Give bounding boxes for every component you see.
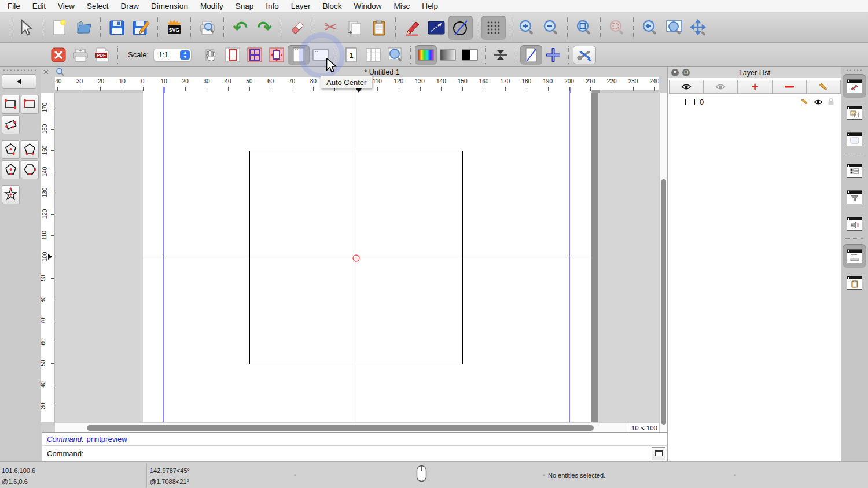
draft-mode-button[interactable] — [520, 45, 542, 65]
pdf-export-button[interactable]: PDF — [91, 45, 113, 65]
print-button[interactable] — [69, 45, 91, 65]
delete-button[interactable] — [285, 16, 310, 40]
menu-item-view[interactable]: View — [58, 2, 75, 10]
palette-back-button[interactable] — [2, 74, 36, 89]
dock-filter-button[interactable] — [843, 185, 866, 209]
menu-item-window[interactable]: Window — [354, 2, 382, 10]
layer-row[interactable]: 0 — [669, 95, 840, 108]
portrait-button[interactable] — [288, 45, 310, 65]
edit-layer-button[interactable] — [806, 80, 841, 94]
hand-pan-button[interactable] — [200, 45, 222, 65]
save-button[interactable] — [105, 16, 129, 40]
menu-item-layer[interactable]: Layer — [291, 2, 311, 10]
add-layer-button[interactable]: + — [737, 80, 772, 94]
layer-visible-eye-icon[interactable] — [814, 99, 823, 105]
new-document-button[interactable] — [47, 16, 72, 40]
menu-item-modify[interactable]: Modify — [200, 2, 223, 10]
color-mode-button[interactable] — [415, 45, 437, 65]
star-tool[interactable] — [2, 185, 20, 204]
pointer-tool-button[interactable] — [14, 16, 39, 40]
zoom-window-button[interactable] — [662, 16, 686, 40]
zoom-out-button[interactable] — [539, 16, 563, 40]
zoom-in-button[interactable] — [514, 16, 539, 40]
filter-window-icon — [847, 190, 862, 204]
magnifier-icon[interactable] — [56, 68, 64, 76]
hide-all-layers-button[interactable] — [703, 80, 738, 94]
menu-item-draw[interactable]: Draw — [121, 2, 139, 10]
dock-pen-palette-button[interactable] — [843, 74, 866, 98]
layer-lock-icon[interactable] — [827, 98, 834, 106]
zoom-auto-button[interactable] — [572, 16, 596, 40]
palette-drag-handle[interactable] — [2, 69, 36, 71]
open-file-button[interactable] — [72, 16, 96, 40]
menu-item-block[interactable]: Block — [323, 2, 342, 10]
polygon-center-corner-tool[interactable] — [2, 140, 20, 159]
multi-page-button[interactable] — [362, 45, 384, 65]
undo-button[interactable]: ↶ — [228, 16, 252, 40]
fit-to-page-button[interactable] — [222, 45, 244, 65]
menu-item-info[interactable]: Info — [266, 2, 279, 10]
menu-item-help[interactable]: Help — [422, 2, 438, 10]
rectangle-2corners-tool[interactable] — [2, 95, 20, 114]
command-dock-button[interactable] — [652, 447, 665, 460]
vertical-scrollbar[interactable] — [659, 93, 667, 432]
scale-select[interactable]: 1:1 ▲▼ — [153, 49, 192, 61]
single-page-button[interactable]: 1 — [340, 45, 362, 65]
zoom-page-button[interactable] — [384, 45, 406, 65]
panel-float-icon[interactable]: ❐ — [682, 69, 690, 76]
blackwhite-mode-button[interactable] — [459, 45, 481, 65]
dock-drag-handle[interactable] — [845, 69, 863, 71]
menu-item-edit[interactable]: Edit — [32, 2, 46, 10]
polygon-center-tangent-tool[interactable] — [2, 160, 20, 179]
svg-export-button[interactable]: SVG — [162, 16, 186, 40]
document-tab-title[interactable]: * Untitled 1 — [324, 68, 440, 76]
redo-button[interactable]: ↷ — [252, 16, 277, 40]
crop-marks-button[interactable] — [490, 45, 512, 65]
polygon-side-side-tool[interactable] — [21, 160, 39, 179]
auto-center-button[interactable] — [266, 45, 288, 65]
panel-close-icon[interactable]: ✕ — [671, 69, 679, 76]
select-rectangle-button[interactable] — [424, 16, 448, 40]
dock-command-line-button[interactable] — [843, 244, 866, 268]
dock-block-list-button[interactable] — [843, 101, 866, 124]
close-view-icon[interactable]: ✕ — [43, 68, 49, 76]
dock-clipboard-button[interactable] — [843, 271, 866, 294]
vertical-scrollbar-thumb[interactable] — [661, 179, 666, 425]
command-input[interactable] — [84, 448, 652, 459]
rectangle-rotated-tool[interactable] — [2, 115, 20, 134]
toolbox-button[interactable] — [573, 46, 596, 64]
menu-item-file[interactable]: File — [8, 2, 20, 10]
copy-button[interactable] — [343, 16, 367, 40]
pan-button[interactable] — [686, 16, 711, 40]
drawing-canvas[interactable] — [55, 93, 659, 422]
rectangle-3points-tool[interactable] — [21, 95, 39, 114]
show-all-layers-button[interactable] — [669, 80, 704, 94]
menu-item-snap[interactable]: Snap — [236, 2, 254, 10]
remove-layer-button[interactable] — [772, 80, 807, 94]
single-page-icon: 1 — [344, 47, 358, 63]
zoom-selection-button[interactable] — [605, 16, 629, 40]
menu-item-dimension[interactable]: Dimension — [151, 2, 188, 10]
dock-command-announce-button[interactable] — [843, 212, 866, 235]
crosshair-button[interactable] — [542, 45, 564, 65]
grid-toggle-button[interactable] — [481, 16, 506, 40]
tiled-pages-button[interactable] — [244, 45, 266, 65]
stepper-icon[interactable]: ▲▼ — [180, 50, 190, 60]
print-preview-button[interactable] — [195, 16, 219, 40]
save-as-button[interactable] — [129, 16, 153, 40]
dock-layer-list-button[interactable] — [843, 158, 866, 182]
cut-button[interactable]: ✂ — [318, 16, 343, 40]
layer-edit-pencil-icon[interactable] — [800, 98, 809, 106]
horizontal-scrollbar-thumb[interactable] — [87, 425, 594, 431]
pen-edit-button[interactable] — [400, 16, 424, 40]
close-print-preview-button[interactable] — [47, 45, 69, 65]
zoom-previous-button[interactable] — [638, 16, 662, 40]
paste-button[interactable] — [367, 16, 391, 40]
dock-library-browser-button[interactable] — [843, 127, 866, 151]
menu-item-misc[interactable]: Misc — [394, 2, 410, 10]
draft-circle-toggle[interactable] — [448, 16, 473, 40]
grayscale-mode-button[interactable] — [437, 45, 459, 65]
menu-item-select[interactable]: Select — [87, 2, 109, 10]
polygon-2corners-tool[interactable] — [21, 140, 39, 159]
horizontal-scrollbar[interactable]: 10 < 100 — [55, 422, 659, 432]
